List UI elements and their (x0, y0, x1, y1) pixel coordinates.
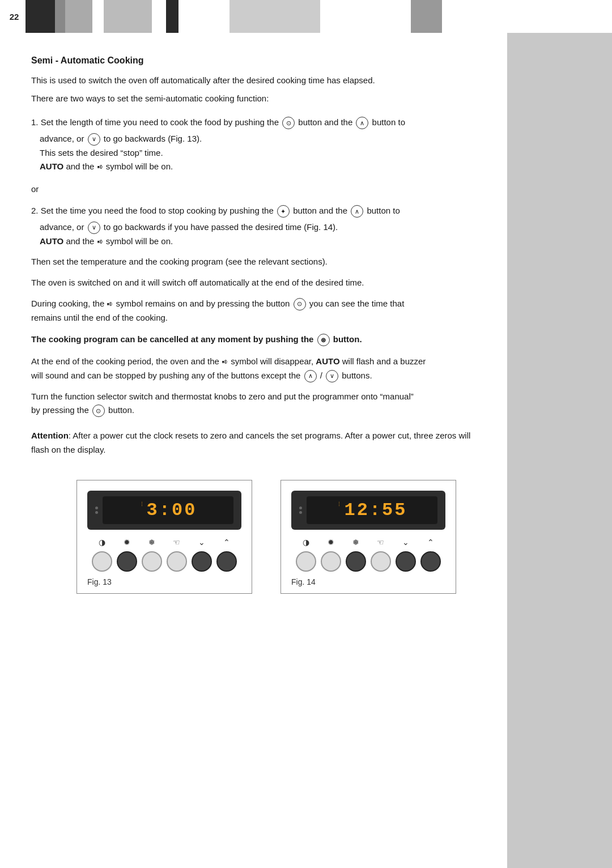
icon-hand-13: ☜ (173, 538, 180, 547)
dot-2 (95, 511, 98, 514)
btn3-14[interactable] (346, 551, 366, 572)
up-button-2: ∧ (351, 205, 363, 218)
dot-1 (95, 507, 98, 509)
btn4-14[interactable] (371, 551, 391, 572)
btn5-14[interactable] (396, 551, 416, 572)
icon-up-13: ⌃ (223, 538, 230, 547)
display-time-13: 3:00 (147, 500, 197, 521)
btn2-14[interactable] (321, 551, 341, 572)
btn6-14[interactable] (420, 551, 441, 572)
intro-line2: There are two ways to set the semi-autom… (31, 92, 479, 105)
icons-row-14: ◑ ✹ ❅ ☜ ⌄ ⌃ (294, 538, 443, 547)
header-block-10 (320, 0, 411, 33)
btn5-13[interactable] (192, 551, 212, 572)
icon-bell-14: ◑ (303, 538, 309, 547)
display-panel-13: ⋮ 3:00 (87, 491, 241, 530)
down-button-2: ∨ (88, 222, 100, 234)
header-decoration (26, 0, 442, 33)
header-block-2 (55, 0, 65, 33)
dot-4 (299, 511, 302, 514)
header-block-4 (92, 0, 104, 33)
attention-bold: Attention (31, 431, 69, 440)
step2-symbol-text: and the 🕫 symbol will be on. (66, 236, 173, 246)
buzzer-text: At the end of the cooking period, the ov… (31, 355, 479, 383)
buttons-row-13 (90, 551, 239, 572)
auto-bold: AUTO (316, 356, 339, 366)
header-block-3 (65, 0, 92, 33)
icon-up-14: ⌃ (427, 538, 434, 547)
body-text-2: The oven is switched on and it will swit… (31, 276, 479, 290)
figure-13: ⋮ 3:00 ◑ ✹ ❅ ☜ ⌄ ⌃ (76, 480, 252, 594)
step1-text: 1. Set the length of time you need to co… (31, 117, 405, 127)
header-block-1 (26, 0, 55, 33)
intro-line1: This is used to switch the oven off auto… (31, 74, 479, 87)
step1-block: 1. Set the length of time you need to co… (31, 116, 479, 174)
dot-3 (299, 507, 302, 509)
body-text-1: Then set the temperature and the cooking… (31, 255, 479, 269)
step2-indent: advance, or ∨ to go backwards if you hav… (31, 220, 479, 249)
header-bar: 22 (0, 0, 612, 33)
main-content: Semi - Automatic Cooking This is used to… (0, 33, 510, 616)
indicator-13 (95, 507, 98, 514)
btn6-13[interactable] (216, 551, 237, 572)
up-icon-cancel: ∧ (304, 370, 317, 382)
step1-symbol-text: and the 🕫 symbol will be on. (66, 161, 173, 171)
control-panel-13: ◑ ✹ ❅ ☜ ⌄ ⌃ (87, 538, 241, 572)
step2-text: 2. Set the time you need the food to sto… (31, 206, 400, 215)
display-time-14: 12:55 (344, 500, 407, 521)
indicator-14 (299, 507, 302, 514)
figures-section: ⋮ 3:00 ◑ ✹ ❅ ☜ ⌄ ⌃ (31, 480, 479, 594)
section-title: Semi - Automatic Cooking (31, 56, 479, 66)
manual-icon: ⊙ (92, 405, 105, 417)
btn3-13[interactable] (142, 551, 162, 572)
icon-down-13: ⌄ (198, 538, 205, 547)
fig14-label: Fig. 14 (291, 577, 445, 586)
fig13-label: Fig. 13 (87, 577, 241, 586)
auto-symbol-1: AUTO (40, 161, 63, 171)
timer-icon-3: ⊙ (294, 298, 306, 310)
display-screen-13: ⋮ 3:00 (103, 496, 233, 524)
display-panel-14: ⋮ 12:55 (291, 491, 445, 530)
header-block-5 (104, 0, 152, 33)
icons-row-13: ◑ ✹ ❅ ☜ ⌄ ⌃ (90, 538, 239, 547)
control-panel-14: ◑ ✹ ❅ ☜ ⌄ ⌃ (291, 538, 445, 572)
btn1-13[interactable] (92, 551, 112, 572)
header-block-11 (411, 0, 442, 33)
figure-14: ⋮ 12:55 ◑ ✹ ❅ ☜ ⌄ ⌃ (280, 480, 456, 594)
step2-block: 2. Set the time you need the food to sto… (31, 204, 479, 248)
down-icon-cancel: ∨ (326, 370, 338, 382)
icon-snowflake-13: ❅ (148, 538, 155, 547)
btn2-13[interactable] (117, 551, 137, 572)
header-block-7 (166, 0, 178, 33)
header-block-9 (230, 0, 320, 33)
down-button-1: ∨ (88, 133, 100, 146)
manual-text: Turn the function selector switch and th… (31, 390, 479, 418)
auto-symbol-2: AUTO (40, 236, 63, 246)
or-line: or (31, 184, 479, 194)
icon-bell-13: ◑ (99, 538, 105, 547)
attention-block: Attention: After a power cut the clock r… (31, 429, 479, 457)
header-block-6 (152, 0, 166, 33)
cancel-line: The cooking program can be cancelled at … (31, 333, 479, 347)
timer-icon-1: ⊙ (282, 117, 295, 129)
body-text-3: During cooking, the 🕫 symbol remains on … (31, 297, 479, 325)
timer-icon-2: ✦ (277, 205, 290, 218)
icon-fork-14: ✹ (328, 538, 334, 547)
header-block-8 (178, 0, 230, 33)
cancel-icon: ⊛ (317, 334, 330, 346)
step1-indent: advance, or ∨ to go backwards (Fig. 13).… (31, 132, 479, 174)
page-number: 22 (6, 12, 23, 22)
up-button-1: ∧ (356, 117, 368, 129)
btn1-14[interactable] (296, 551, 316, 572)
buttons-row-14 (294, 551, 443, 572)
right-panel (507, 0, 612, 868)
btn4-13[interactable] (167, 551, 187, 572)
display-screen-14: ⋮ 12:55 (307, 496, 437, 524)
icon-fork-13: ✹ (124, 538, 130, 547)
icon-down-14: ⌄ (402, 538, 409, 547)
icon-snowflake-14: ❅ (352, 538, 359, 547)
icon-hand-14: ☜ (377, 538, 384, 547)
